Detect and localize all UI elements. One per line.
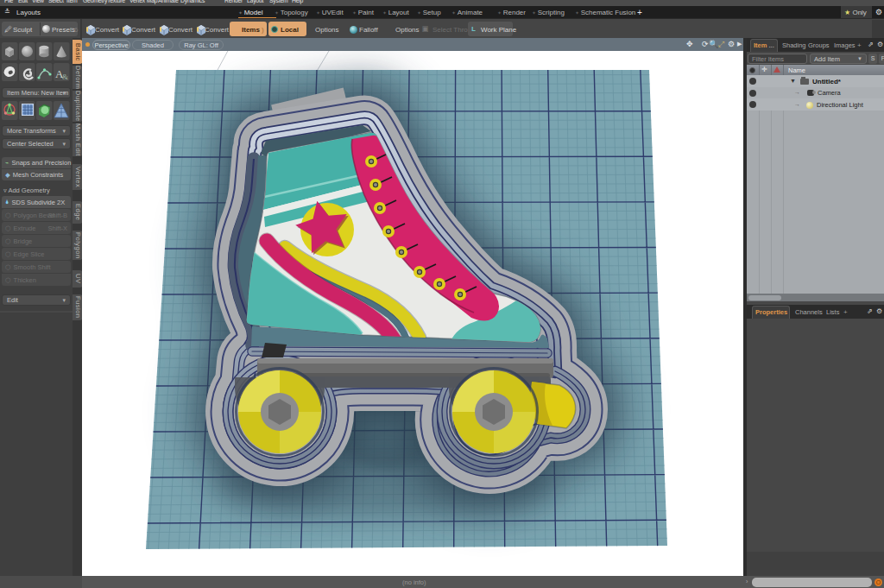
- svg-text:&: &: [62, 73, 68, 81]
